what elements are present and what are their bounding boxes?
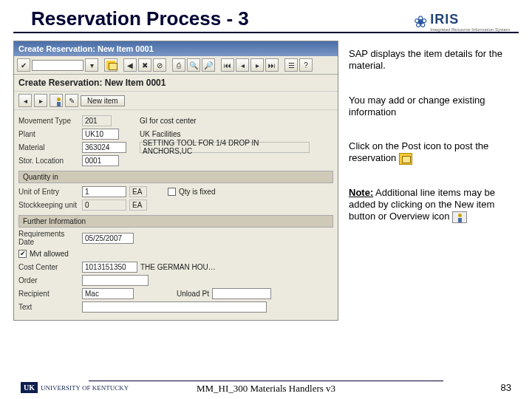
overview-icon[interactable] (50, 94, 63, 107)
page-number: 83 (501, 382, 511, 393)
iris-logo: ❀ IRIS Integrated Resource Information S… (414, 12, 510, 32)
first-page-icon[interactable]: ⏮ (221, 58, 234, 72)
storloc-label: Stor. Location (18, 157, 79, 165)
overview-inline-icon (452, 211, 467, 223)
costcenter-field[interactable]: 1013151350 (82, 262, 137, 273)
post-icon (399, 153, 412, 165)
recipient-label: Recipient (18, 290, 79, 298)
iris-flower-icon: ❀ (414, 13, 427, 32)
instruction-2: You may add or change existing informati… (349, 95, 513, 119)
movement-type-label: Movement Type (18, 117, 79, 125)
save-post-icon[interactable] (104, 58, 117, 72)
reqdate-field[interactable]: 05/25/2007 (82, 233, 134, 244)
instruction-1: SAP displays the item details for the ma… (349, 48, 513, 72)
prev-page-icon[interactable]: ◂ (236, 58, 249, 72)
material-label: Material (18, 143, 79, 151)
uoe-label: Unit of Entry (18, 188, 79, 196)
uoe-unit: EA (129, 186, 147, 197)
costcenter-desc: THE GERMAN HOU… (140, 263, 216, 271)
uoe-qty-field[interactable]: 1 (82, 186, 126, 197)
command-field[interactable] (32, 60, 83, 71)
ok-icon[interactable]: ✔ (17, 58, 30, 72)
recipient-field[interactable]: Mac (82, 288, 134, 299)
uk-mark-icon: UK (21, 382, 38, 393)
unload-field[interactable] (212, 288, 271, 299)
last-page-icon[interactable]: ⏭ (265, 58, 279, 72)
order-field[interactable] (82, 275, 149, 286)
qty-fixed-checkbox[interactable] (168, 188, 176, 196)
next-page-icon[interactable]: ▸ (250, 58, 264, 72)
qty-fixed-label: Qty is fixed (179, 188, 215, 196)
help-icon[interactable]: ? (299, 58, 313, 72)
dropdown-icon[interactable]: ▾ (85, 58, 98, 72)
footer-title: MM_HI_300 Materials Handlers v3 (89, 381, 443, 395)
footer: UK UNIVERSITY OF KENTUCKY MM_HI_300 Mate… (0, 382, 532, 393)
logo-brand: IRIS (430, 12, 510, 27)
exit-icon[interactable]: ✖ (138, 58, 151, 72)
logo-subtitle: Integrated Resource Information System (430, 27, 510, 32)
overview-toolbar-icon[interactable]: ☰ (284, 58, 298, 72)
cancel-icon[interactable]: ⊘ (153, 58, 166, 72)
material-field[interactable]: 363024 (82, 142, 126, 153)
text-field[interactable] (82, 301, 267, 313)
next-item-icon[interactable]: ▸ (34, 94, 47, 107)
movement-type-desc: GI for cost center (140, 117, 197, 125)
mvt-allowed-checkbox[interactable]: ✔ (18, 250, 27, 258)
sap-app-toolbar: ◂ ▸ ✎ New item (14, 91, 338, 110)
plant-field[interactable]: UK10 (82, 129, 119, 140)
find-icon[interactable]: 🔍 (187, 58, 200, 72)
reqdate-label: Requirements Date (18, 230, 79, 246)
order-label: Order (18, 276, 79, 284)
sap-form: Movement Type 201 GI for cost center Pla… (14, 110, 338, 320)
note-label: Note: (349, 187, 373, 198)
movement-type-value: 201 (82, 115, 112, 126)
costcenter-label: Cost Center (18, 263, 79, 271)
unload-label: Unload Pt (177, 290, 209, 298)
instruction-note: Note: Additional line items may be added… (349, 187, 513, 223)
sku-unit: EA (129, 200, 147, 211)
sku-qty: 0 (82, 200, 126, 211)
sku-label: Stockkeeping unit (18, 201, 79, 209)
find-next-icon[interactable]: 🔎 (202, 58, 215, 72)
new-item-button[interactable]: New item (81, 95, 125, 106)
plant-label: Plant (18, 130, 79, 138)
text-label: Text (18, 303, 79, 311)
sap-screenshot: Create Reservation: New Item 0001 ✔ ▾ ◀ … (13, 41, 338, 321)
mvt-allowed-label: Mvt allowed (30, 250, 69, 258)
further-info-section-header: Further Information (18, 215, 333, 228)
edit-icon[interactable]: ✎ (65, 94, 78, 107)
sap-main-toolbar: ✔ ▾ ◀ ✖ ⊘ ⎙ 🔍 🔎 ⏮ ◂ ▸ ⏭ ☰ ? (14, 56, 338, 75)
print-icon[interactable]: ⎙ (172, 58, 185, 72)
instruction-column: SAP displays the item details for the ma… (349, 41, 513, 321)
material-desc: SETTING TOOL FOR 1/4 DROP IN ANCHORS,UC (140, 142, 310, 153)
sap-screen-title: Create Reservation: New Item 0001 (14, 75, 338, 91)
prev-item-icon[interactable]: ◂ (18, 94, 32, 107)
plant-desc: UK Facilities (140, 130, 181, 138)
storloc-field[interactable]: 0001 (82, 155, 119, 166)
quantity-section-header: Quantity in (18, 171, 333, 183)
instruction-3: Click on the Post icon to post the reser… (349, 140, 513, 165)
back-icon[interactable]: ◀ (123, 58, 137, 72)
sap-window-title: Create Reservation: New Item 0001 (14, 41, 338, 56)
